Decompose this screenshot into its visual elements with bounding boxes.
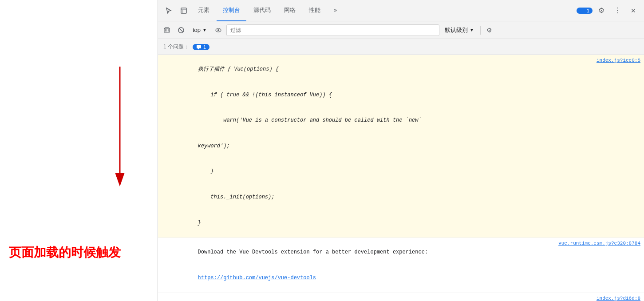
console-settings-button[interactable]: ⚙ — [483, 24, 496, 36]
tab-performance[interactable]: 性能 — [303, 0, 327, 21]
inspect-button[interactable] — [177, 4, 191, 18]
log-level-selector[interactable]: 默认级别 ▼ — [441, 25, 478, 35]
message-icon — [580, 8, 585, 13]
eye-icon — [215, 27, 221, 33]
arrow-svg — [93, 58, 155, 191]
dropdown-arrow-icon: ▼ — [202, 28, 207, 32]
close-icon: ✕ — [631, 7, 636, 14]
tab-bar: 元素 控制台 源代码 网络 性能 » 1 ⚙ — [158, 0, 644, 21]
tab-network[interactable]: 网络 — [278, 0, 302, 21]
cursor-icon — [165, 7, 172, 14]
tab-more[interactable]: » — [328, 0, 343, 21]
svg-point-17 — [217, 29, 219, 31]
devtools-link[interactable]: https://github.com/vuejs/vue-devtools — [198, 275, 316, 281]
more-icon: ⋮ — [614, 6, 621, 15]
issues-badge-tab[interactable]: 1 — [577, 8, 593, 14]
filter-input[interactable] — [226, 24, 439, 36]
settings-icon: ⚙ — [598, 6, 604, 15]
toolbar-divider — [480, 26, 481, 35]
console-entry-plugin-content: 执行了插件 ƒ Vue(options) { if ( true && !(th… — [172, 57, 589, 236]
eye-button[interactable] — [212, 24, 225, 36]
tab-right-icons: 1 ⚙ ⋮ ✕ — [577, 4, 640, 18]
annotation-text: 页面加载的时候触发 — [0, 244, 158, 265]
issues-bar: 1 个问题： 1 — [158, 39, 644, 55]
level-dropdown-arrow-icon: ▼ — [470, 28, 474, 32]
clear-console-button[interactable] — [161, 24, 173, 36]
console-entry-hello-source[interactable]: index.js?d16d:8 — [597, 295, 640, 301]
console-entry-devtools: Download the Vue Devtools extension for … — [158, 238, 644, 293]
svg-rect-5 — [580, 8, 585, 12]
cursor-tool-button[interactable] — [162, 4, 176, 18]
block-button[interactable] — [175, 24, 187, 36]
console-toolbar: top ▼ 默认级别 ▼ ⚙ — [158, 21, 644, 39]
svg-rect-2 — [181, 8, 186, 13]
issues-label: 1 个问题： — [163, 43, 189, 51]
issues-count-badge[interactable]: 1 — [193, 44, 209, 50]
devtools-panel: 元素 控制台 源代码 网络 性能 » 1 ⚙ — [158, 0, 644, 301]
tab-sources[interactable]: 源代码 — [247, 0, 277, 21]
more-options-button[interactable]: ⋮ — [610, 4, 624, 18]
left-annotation-area: 页面加载的时候触发 — [0, 0, 158, 301]
tab-elements[interactable]: 元素 — [192, 0, 216, 21]
svg-line-15 — [179, 28, 183, 32]
close-devtools-button[interactable]: ✕ — [626, 4, 640, 18]
console-entry-devtools-content: Download the Vue Devtools extension for … — [172, 240, 551, 291]
console-gear-icon: ⚙ — [486, 27, 492, 34]
console-entry-devtools-source[interactable]: vue.runtime.esm.js?c320:8784 — [558, 240, 640, 246]
context-selector[interactable]: top ▼ — [189, 26, 210, 34]
svg-marker-6 — [581, 12, 582, 13]
console-entry-hello: 你好啊 页面挂在执行 index.js?d16d:8 — [158, 293, 644, 301]
svg-rect-18 — [197, 45, 201, 48]
clear-icon — [164, 27, 170, 33]
console-entry-hello-content: 你好啊 页面挂在执行 — [172, 295, 589, 301]
settings-button[interactable]: ⚙ — [594, 4, 608, 18]
tab-console[interactable]: 控制台 — [217, 0, 246, 21]
block-icon — [178, 27, 184, 33]
console-entry-plugin: 执行了插件 ƒ Vue(options) { if ( true && !(th… — [158, 55, 644, 238]
svg-marker-19 — [198, 48, 199, 50]
issues-message-icon — [196, 44, 201, 50]
console-entry-plugin-source[interactable]: index.js?1cc0:5 — [597, 57, 640, 63]
console-content[interactable]: 执行了插件 ƒ Vue(options) { if ( true && !(th… — [158, 55, 644, 301]
inspect-icon — [180, 7, 187, 14]
